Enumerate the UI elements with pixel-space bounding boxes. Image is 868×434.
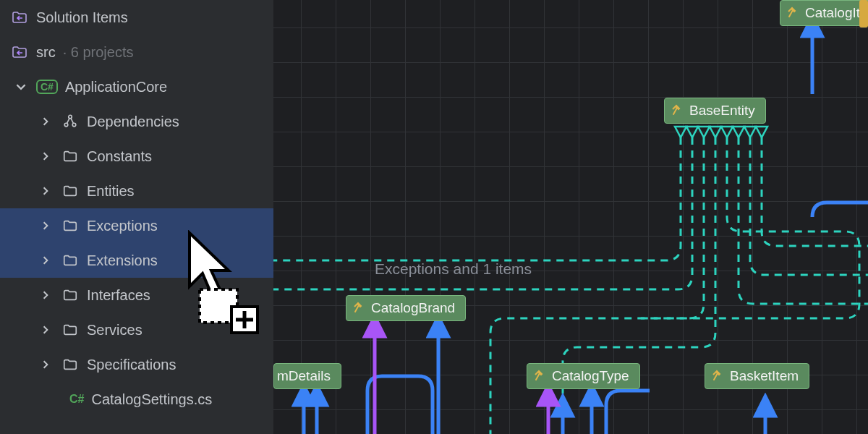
node-label: mDetails	[277, 368, 331, 384]
tree-item-project[interactable]: C# ApplicationCore	[0, 69, 273, 104]
tree-label: Interfaces	[87, 287, 150, 304]
tree-suffix: · 6 projects	[63, 44, 134, 61]
chevron-right-icon	[38, 152, 54, 161]
node-label: BaseEntity	[689, 103, 755, 119]
node-label: CatalogType	[552, 368, 629, 384]
tree-item-src[interactable]: src · 6 projects	[0, 35, 273, 69]
class-icon	[711, 370, 724, 383]
diagram-node-basketitem[interactable]: BasketItem	[705, 363, 809, 389]
tree-item-folder[interactable]: Specifications	[0, 347, 273, 382]
folder-icon	[61, 357, 80, 373]
tree-label: Entities	[87, 183, 135, 200]
tree-label: Dependencies	[87, 114, 179, 130]
diagram-node-baseentity[interactable]: BaseEntity	[664, 98, 766, 124]
tree-item-solution-items[interactable]: Solution Items	[0, 0, 273, 35]
tree-item-folder[interactable]: Services	[0, 312, 273, 347]
folder-icon	[61, 252, 80, 268]
node-label: CatalogIt	[805, 5, 860, 21]
dependencies-icon	[61, 114, 80, 129]
tree-label: CatalogSettings.cs	[91, 391, 212, 408]
chevron-right-icon	[38, 256, 54, 265]
chevron-right-icon	[38, 291, 54, 299]
chevron-right-icon	[38, 187, 54, 195]
folder-icon	[61, 322, 80, 338]
diagram-node-edge-marker	[859, 0, 868, 27]
tree-label: Extensions	[87, 252, 158, 269]
tree-label: Specifications	[87, 357, 176, 373]
node-label: BasketItem	[730, 368, 799, 384]
folder-up-icon	[10, 43, 29, 61]
diagram-node-catalogtype[interactable]: CatalogType	[527, 363, 640, 389]
tree-label: Exceptions	[87, 218, 158, 234]
diagram-node-emdetails[interactable]: mDetails	[273, 363, 341, 389]
csharp-badge-icon: C#	[36, 80, 58, 94]
class-icon	[533, 370, 546, 383]
tree-label: src	[36, 44, 56, 61]
tree-item-folder[interactable]: Interfaces	[0, 278, 273, 312]
chevron-right-icon	[38, 326, 54, 334]
folder-icon	[61, 287, 80, 303]
diagram-canvas[interactable]: BaseEntity CatalogIt CatalogBrand mDetai…	[273, 0, 868, 434]
tree-item-folder[interactable]: Constants	[0, 139, 273, 174]
tree-item-folder[interactable]: Entities	[0, 174, 273, 208]
tree-label: Services	[87, 322, 142, 339]
folder-icon	[61, 148, 80, 164]
chevron-down-icon	[13, 82, 29, 92]
tree-item-folder[interactable]: Exceptions	[0, 208, 273, 243]
csharp-file-icon: C#	[69, 393, 84, 406]
diagram-node-catalogit[interactable]: CatalogIt	[780, 0, 868, 26]
tree-item-folder[interactable]: Extensions	[0, 243, 273, 278]
node-label: CatalogBrand	[371, 300, 455, 316]
tree-label: ApplicationCore	[65, 79, 167, 95]
solution-explorer[interactable]: Solution Items src · 6 projects C# Appli…	[0, 0, 273, 434]
chevron-right-icon	[38, 360, 54, 369]
class-icon	[671, 104, 684, 117]
chevron-right-icon	[38, 117, 54, 126]
diagram-node-catalogbrand[interactable]: CatalogBrand	[346, 295, 466, 321]
tree-item-file[interactable]: C# CatalogSettings.cs	[0, 382, 273, 417]
tree-label: Constants	[87, 148, 152, 165]
folder-up-icon	[10, 9, 29, 26]
drag-ghost-label: Exceptions and 1 items	[375, 260, 532, 278]
tree-item-folder[interactable]: Dependencies	[0, 104, 273, 139]
folder-icon	[61, 183, 80, 199]
tree-label: Solution Items	[36, 9, 128, 26]
class-icon	[786, 7, 799, 20]
folder-icon	[61, 218, 80, 234]
chevron-right-icon	[38, 221, 54, 230]
class-icon	[352, 302, 365, 315]
